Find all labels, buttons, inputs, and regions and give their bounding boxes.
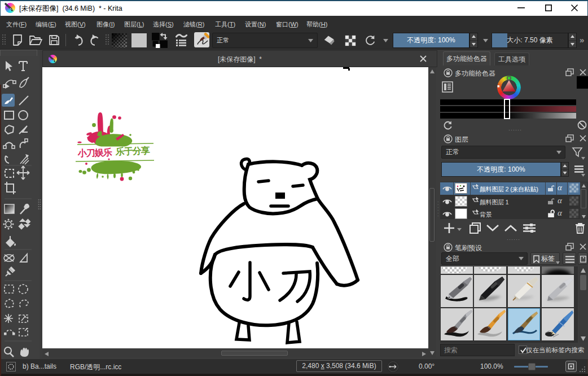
svg-text:小刀娱乐: 小刀娱乐 xyxy=(77,147,113,158)
svg-text:乐于分享: 乐于分享 xyxy=(115,145,150,156)
